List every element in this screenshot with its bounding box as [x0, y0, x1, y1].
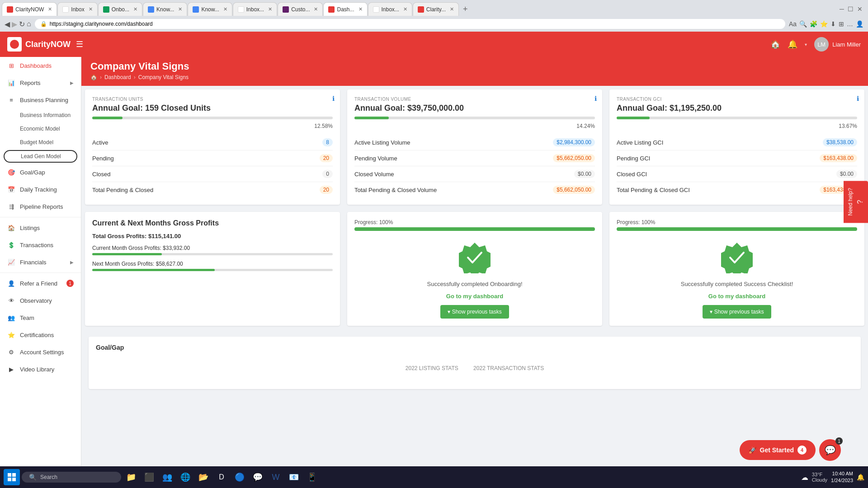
- card-info-icon-units[interactable]: ℹ: [332, 95, 335, 102]
- tab-clarity2[interactable]: Clarity... ✕: [413, 2, 459, 16]
- maximize-button[interactable]: ☐: [848, 5, 854, 13]
- show-prev-tasks-onboarding[interactable]: ▾ Show previous tasks: [440, 305, 509, 319]
- url-bar[interactable]: 🔒 https://staging.claritynowre.com/dashb…: [35, 19, 785, 29]
- sidebar-sub-economic-model[interactable]: Economic Model: [0, 122, 81, 136]
- sidebar-label-daily-tracking: Daily Tracking: [20, 186, 57, 193]
- tab-custo[interactable]: Custo... ✕: [278, 2, 323, 16]
- sidebar-item-financials[interactable]: 📈 Financials ▶: [0, 253, 81, 271]
- chat-button[interactable]: 💬 1: [819, 439, 841, 461]
- tab-close-dash[interactable]: ✕: [359, 6, 363, 12]
- tab-close-onbo[interactable]: ✕: [133, 6, 137, 12]
- gci-metric-pending: Pending GCI $163,438.00: [617, 150, 857, 166]
- close-button[interactable]: ✕: [857, 5, 863, 13]
- tab-onbo[interactable]: Onbo... ✕: [98, 2, 142, 16]
- observatory-icon: 👁: [7, 296, 15, 305]
- favorites-icon[interactable]: ⭐: [820, 20, 828, 28]
- tab-dash[interactable]: Dash... ✕: [323, 2, 367, 16]
- collections-icon[interactable]: ⊞: [839, 20, 844, 28]
- taskbar-icon-files[interactable]: 📁: [123, 469, 139, 485]
- zoom-icon[interactable]: 🔍: [799, 20, 807, 28]
- sidebar-item-transactions[interactable]: 💲 Transactions: [0, 236, 81, 253]
- sidebar-label-certifications: Certifications: [20, 332, 54, 338]
- tab-close-know1[interactable]: ✕: [178, 6, 182, 12]
- profile-icon[interactable]: 👤: [856, 20, 863, 28]
- tab-know1[interactable]: Know... ✕: [143, 2, 187, 16]
- success-dashboard-link[interactable]: Go to my dashboard: [708, 293, 765, 300]
- get-started-button[interactable]: 🚀 Get Started 4: [740, 440, 816, 460]
- taskbar-search-area[interactable]: 🔍 Search: [22, 472, 121, 483]
- header-bell-icon[interactable]: 🔔: [788, 39, 797, 49]
- new-tab-button[interactable]: +: [459, 5, 472, 14]
- sidebar-item-account-settings[interactable]: ⚙ Account Settings: [0, 343, 81, 361]
- minimize-button[interactable]: ─: [840, 5, 844, 13]
- sidebar-item-observatory[interactable]: 👁 Observatory: [0, 292, 81, 309]
- taskbar-icon-terminal[interactable]: ⬛: [141, 469, 157, 485]
- tab-gmail[interactable]: Inbox ✕: [57, 2, 97, 16]
- transaction-units-card: ℹ TRANSACTION UNITS Annual Goal: 159 Clo…: [85, 89, 340, 205]
- sidebar-item-dashboards[interactable]: ⊞ Dashboards: [0, 57, 81, 74]
- browser-actions: Aa 🔍 🧩 ⭐ ⬇ ⊞ … 👤: [789, 20, 863, 28]
- sidebar-item-listings[interactable]: 🏠 Listings: [0, 219, 81, 236]
- sidebar-item-reports[interactable]: 📊 Reports ▶: [0, 74, 81, 91]
- sidebar-sub-business-information[interactable]: Business Information: [0, 108, 81, 122]
- sidebar-sub-lead-gen[interactable]: Lead Gen Model: [4, 150, 77, 163]
- tab-close-gmail[interactable]: ✕: [89, 6, 93, 12]
- sidebar-item-business-planning[interactable]: ≡ Business Planning: [0, 91, 81, 108]
- tab-know2[interactable]: Know... ✕: [188, 2, 232, 16]
- breadcrumb-dashboard-link[interactable]: Dashboard: [104, 74, 131, 80]
- tab-close-inbox[interactable]: ✕: [268, 6, 272, 12]
- card-info-icon-volume[interactable]: ℹ: [594, 95, 597, 102]
- tab-close-clarity2[interactable]: ✕: [450, 6, 454, 12]
- tab-inbox2[interactable]: Inbox... ✕: [368, 2, 412, 16]
- gp-next-bar-fill: [92, 269, 215, 271]
- tab-close-know2[interactable]: ✕: [223, 6, 227, 12]
- sidebar-item-daily-tracking[interactable]: 📅 Daily Tracking: [0, 181, 81, 198]
- taskbar-icon-explorer[interactable]: 📂: [195, 469, 212, 485]
- taskbar-icon-teams[interactable]: 👥: [159, 469, 175, 485]
- tab-close-claritynow[interactable]: ✕: [48, 6, 52, 12]
- tab-claritynow[interactable]: ClarityNOW ✕: [2, 2, 57, 16]
- sidebar-item-certifications[interactable]: ⭐ Certifications: [0, 326, 81, 343]
- sidebar-item-goal-gap[interactable]: 🎯 Goal/Gap: [0, 164, 81, 181]
- onboarding-progress-label: Progress: 100%: [354, 219, 393, 225]
- back-button[interactable]: ◀: [5, 20, 10, 28]
- reload-button[interactable]: ↻: [19, 20, 25, 28]
- taskbar-icon-slack[interactable]: 💬: [250, 469, 266, 485]
- sidebar-item-team[interactable]: 👥 Team: [0, 309, 81, 326]
- tab-inbox[interactable]: Inbox... ✕: [233, 2, 277, 16]
- download-icon[interactable]: ⬇: [830, 20, 836, 28]
- need-help-button[interactable]: Need help? ?: [844, 181, 868, 223]
- success-checklist-card: Progress: 100% Successfully completed Su…: [609, 212, 864, 326]
- header-home-icon[interactable]: 🏠: [770, 39, 780, 49]
- tab-close-inbox2[interactable]: ✕: [403, 6, 407, 12]
- tab-close-custo[interactable]: ✕: [314, 6, 318, 12]
- success-completion-text: Successfully completed Success Checklist…: [681, 281, 793, 287]
- taskbar: 🔍 Search 📁 ⬛ 👥 🌐 📂 D 🔵 💬 W 📧 📱 ☁ 33°F Cl…: [0, 466, 868, 488]
- taskbar-icon-word[interactable]: W: [268, 469, 284, 485]
- more-icon[interactable]: …: [847, 20, 853, 28]
- onboarding-dashboard-link[interactable]: Go to my dashboard: [446, 293, 503, 300]
- header-right: 🏠 🔔 ▾ LM Liam Miller: [770, 37, 861, 52]
- taskbar-icon-cortana[interactable]: 🔵: [231, 469, 248, 485]
- gci-metric-active: Active Listing GCI $38,538.00: [617, 135, 857, 150]
- taskbar-icon-app[interactable]: 📱: [304, 469, 320, 485]
- taskbar-icon-edge[interactable]: 🌐: [177, 469, 193, 485]
- taskbar-icon-outlook[interactable]: 📧: [286, 469, 302, 485]
- extension-icon[interactable]: 🧩: [810, 20, 817, 28]
- sidebar-item-video-library[interactable]: ▶ Video Library: [0, 361, 81, 378]
- translate-icon[interactable]: Aa: [789, 20, 797, 28]
- taskbar-notifications[interactable]: 🔔: [857, 474, 864, 481]
- tab-label-claritynow: ClarityNOW: [15, 6, 44, 13]
- sidebar-item-pipeline-reports[interactable]: ⇶ Pipeline Reports: [0, 198, 81, 215]
- card-info-icon-gci[interactable]: ℹ: [857, 95, 859, 102]
- breadcrumb-home-icon[interactable]: 🏠: [90, 74, 97, 80]
- forward-button[interactable]: ▶: [12, 20, 17, 28]
- home-nav-button[interactable]: ⌂: [27, 20, 31, 28]
- sidebar-sub-budget-model[interactable]: Budget Model: [0, 136, 81, 149]
- taskbar-icon-dell[interactable]: D: [213, 469, 230, 485]
- hamburger-icon[interactable]: ☰: [76, 39, 83, 49]
- show-prev-tasks-success[interactable]: ▾ Show previous tasks: [703, 305, 771, 319]
- start-button[interactable]: [4, 469, 20, 485]
- sidebar-item-refer[interactable]: 👤 Refer a Friend 1: [0, 275, 81, 292]
- user-area[interactable]: LM Liam Miller: [814, 37, 861, 52]
